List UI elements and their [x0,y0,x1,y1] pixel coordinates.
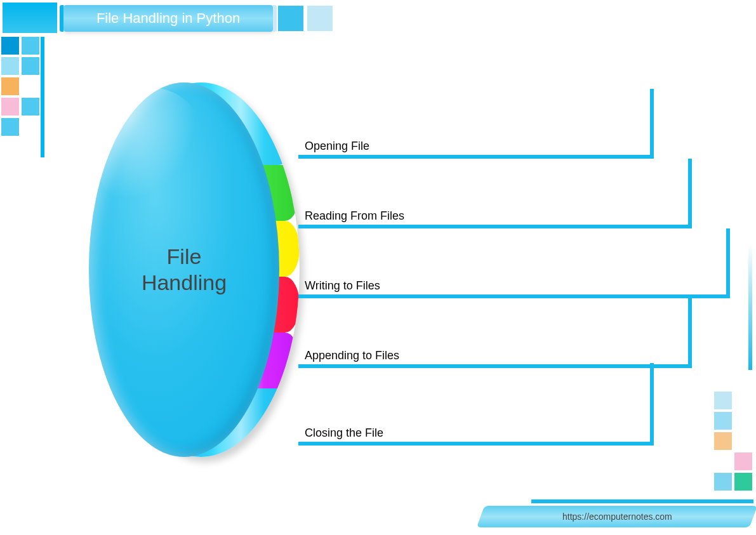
deco-square [714,473,732,491]
deco-top-left [3,3,60,33]
deco-square [734,452,752,470]
branch-label: Writing to Files [305,279,380,293]
disc-label-line2: Handling [142,270,227,294]
footer-bar: https://ecomputernotes.com [477,506,756,527]
footer-url: https://ecomputernotes.com [562,512,672,522]
disc-front: File Handling [89,83,279,457]
branch-label: Closing the File [305,426,383,440]
deco-square [22,98,39,116]
deco-square [714,392,732,409]
deco-square [22,37,39,55]
deco-big-square [3,3,57,33]
deco-square [1,37,19,55]
footer-rail [531,499,753,503]
header-accent-block [278,6,303,31]
deco-square [22,57,39,75]
header-bar: File Handling in Python [63,5,333,32]
deco-square [714,432,732,450]
disc-center-label: File Handling [142,244,227,296]
disc-label-line1: File [167,244,202,268]
deco-square [1,77,19,95]
deco-square [1,98,19,116]
header-accent-block-light [307,6,333,31]
disc-diagram: File Handling [89,83,286,463]
deco-vertical-rail [41,37,44,157]
branch-label: Opening File [305,140,369,153]
deco-square [1,57,19,75]
deco-grid-bottom-right [714,392,752,491]
deco-square [734,473,752,491]
title-text: File Handling in Python [96,10,240,26]
deco-grid-top-left [1,37,39,136]
branch-label: Reading From Files [305,209,404,223]
deco-vertical-rail-right [748,243,752,370]
deco-square [714,412,732,430]
branch-label: Appending to Files [305,349,399,362]
deco-square [1,118,19,136]
disc-highlight [94,88,208,215]
page-title: File Handling in Python [63,5,273,32]
